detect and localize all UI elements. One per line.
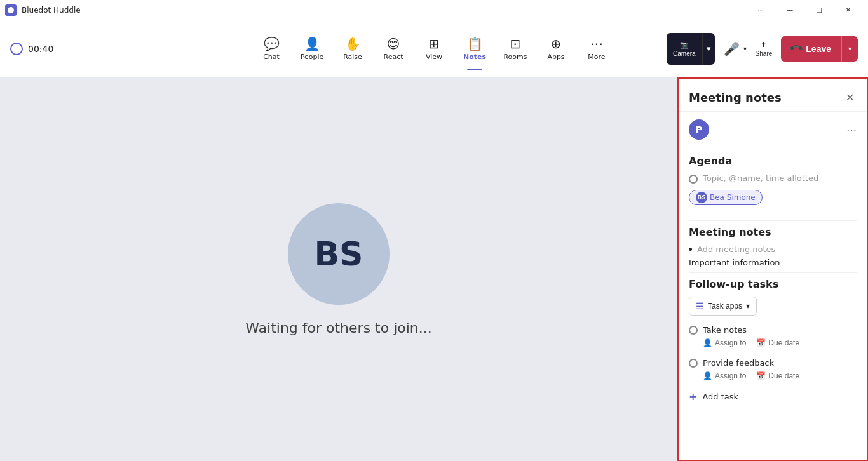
toolbar-right: 📷 Camera ▾ 🎤 ▾ ⬆ Share 📞 Leave ▾ xyxy=(667,33,858,65)
app-title: Bluedot Huddle xyxy=(22,6,81,15)
meeting-toolbar: 00:40 💬 Chat 👤 People ✋ Raise 😊 React ⊞ … xyxy=(0,20,868,77)
notes-panel-close-button[interactable]: ✕ xyxy=(843,89,857,106)
toolbar-people[interactable]: 👤 People xyxy=(293,27,331,71)
toolbar-notes[interactable]: 📋 Notes xyxy=(456,27,494,71)
bea-simone-tag[interactable]: BS Bea Simone xyxy=(689,190,763,205)
close-button[interactable]: ✕ xyxy=(834,0,863,20)
mic-chevron-icon: ▾ xyxy=(743,45,747,52)
tag-avatar: BS xyxy=(696,192,707,203)
more-button[interactable]: ⋯ xyxy=(746,0,775,20)
call-timer: 00:40 xyxy=(28,44,53,54)
avatar-initials: BS xyxy=(314,235,363,273)
share-label: Share xyxy=(756,50,773,57)
toolbar-apps[interactable]: ⊕ Apps xyxy=(537,27,575,71)
raise-label: Raise xyxy=(343,53,362,61)
mic-button[interactable]: 🎤 xyxy=(720,36,743,62)
task-apps-icon: ☰ xyxy=(696,301,704,311)
people-label: People xyxy=(301,53,324,61)
add-task-label: Add task xyxy=(702,392,738,401)
notes-body: Agenda Topic, @name, time allotted BS Be… xyxy=(679,147,867,460)
task-item-1: Take notes 👤 Assign to 📅 Due date xyxy=(689,324,857,347)
toolbar-react[interactable]: 😊 React xyxy=(374,27,412,71)
followup-tasks-section-title: Follow-up tasks xyxy=(689,278,857,290)
notes-logo-row: P ⋯ xyxy=(679,112,867,147)
leave-button[interactable]: 📞 Leave ▾ xyxy=(781,36,858,62)
toolbar-left: 00:40 xyxy=(10,43,53,55)
title-bar: Bluedot Huddle ⋯ — □ ✕ xyxy=(0,0,868,20)
people-icon: 👤 xyxy=(304,36,320,51)
section-divider-2 xyxy=(689,272,857,273)
task-2-meta: 👤 Assign to 📅 Due date xyxy=(703,371,857,380)
task-1-meta: 👤 Assign to 📅 Due date xyxy=(703,338,857,347)
task-2-radio[interactable] xyxy=(689,359,698,368)
toolbar-center: 💬 Chat 👤 People ✋ Raise 😊 React ⊞ View 📋… xyxy=(252,27,616,71)
maximize-button[interactable]: □ xyxy=(804,0,834,20)
minimize-button[interactable]: — xyxy=(775,0,804,20)
agenda-section-title: Agenda xyxy=(689,155,857,167)
task-apps-chevron-icon: ▾ xyxy=(746,302,750,311)
toolbar-chat[interactable]: 💬 Chat xyxy=(252,27,290,71)
notes-app-logo: P xyxy=(689,119,709,140)
task-1-assign-button[interactable]: 👤 Assign to xyxy=(703,338,746,347)
add-notes-placeholder[interactable]: Add meeting notes xyxy=(697,244,775,254)
task-2-due-label: Due date xyxy=(768,371,799,380)
task-row-1: Take notes xyxy=(689,324,857,335)
view-label: View xyxy=(426,53,442,61)
camera-icon: 📷 xyxy=(680,41,689,49)
agenda-radio[interactable] xyxy=(689,175,698,184)
react-icon: 😊 xyxy=(387,36,400,51)
task-row-2: Provide feedback xyxy=(689,357,857,368)
task-2-assign-button[interactable]: 👤 Assign to xyxy=(703,371,746,380)
camera-chevron-button[interactable]: ▾ xyxy=(702,33,715,65)
plus-icon: + xyxy=(689,391,697,403)
toolbar-raise[interactable]: ✋ Raise xyxy=(334,27,372,71)
share-icon: ⬆ xyxy=(761,41,766,49)
leave-label: Leave xyxy=(806,44,831,54)
apps-icon: ⊕ xyxy=(551,36,562,51)
task-2-name: Provide feedback xyxy=(703,358,774,368)
chat-icon: 💬 xyxy=(264,36,280,51)
toolbar-more[interactable]: ⋯ More xyxy=(578,27,616,71)
camera-button[interactable]: 📷 Camera xyxy=(667,33,702,65)
more-label: More xyxy=(588,53,605,61)
notes-icon: 📋 xyxy=(467,36,483,51)
meeting-area: BS Waiting for others to join... xyxy=(0,77,677,461)
notes-panel-title: Meeting notes xyxy=(689,91,782,104)
waiting-text: Waiting for others to join... xyxy=(245,320,432,336)
task-1-assign-label: Assign to xyxy=(715,338,746,347)
raise-icon: ✋ xyxy=(345,36,361,51)
leave-phone-icon: 📞 xyxy=(789,41,804,56)
agenda-placeholder: Topic, @name, time allotted xyxy=(703,173,818,183)
notes-panel: Meeting notes ✕ P ⋯ Agenda Topic, @name,… xyxy=(677,77,868,461)
section-divider-1 xyxy=(689,220,857,221)
apps-label: Apps xyxy=(547,53,564,61)
toolbar-rooms[interactable]: ⊡ Rooms xyxy=(496,27,534,71)
task-1-due-date-button[interactable]: 📅 Due date xyxy=(756,338,799,347)
bullet-icon xyxy=(689,248,692,251)
app-icon xyxy=(5,4,17,16)
view-icon: ⊞ xyxy=(429,36,440,51)
leave-chevron-icon[interactable]: ▾ xyxy=(841,36,858,62)
task-2-assign-label: Assign to xyxy=(715,371,746,380)
task-item-2: Provide feedback 👤 Assign to 📅 Due date xyxy=(689,357,857,380)
task-2-due-date-button[interactable]: 📅 Due date xyxy=(756,371,799,380)
assign-icon-2: 👤 xyxy=(703,371,712,380)
mic-chevron-button[interactable]: ▾ xyxy=(743,45,747,52)
add-task-row[interactable]: + Add task xyxy=(689,391,857,403)
agenda-item: Topic, @name, time allotted xyxy=(689,173,857,184)
due-date-icon-2: 📅 xyxy=(756,371,766,380)
toolbar-view[interactable]: ⊞ View xyxy=(415,27,453,71)
title-bar-controls: ⋯ — □ ✕ xyxy=(746,0,863,20)
camera-label: Camera xyxy=(673,50,696,57)
task-1-due-label: Due date xyxy=(768,338,799,347)
rooms-icon: ⊡ xyxy=(510,36,521,51)
camera-chevron-icon: ▾ xyxy=(707,44,711,53)
task-apps-button[interactable]: ☰ Task apps ▾ xyxy=(689,297,757,316)
tag-label: Bea Simone xyxy=(710,193,756,202)
share-button[interactable]: ⬆ Share xyxy=(752,37,776,61)
notes-more-button[interactable]: ⋯ xyxy=(846,124,857,136)
task-1-radio[interactable] xyxy=(689,326,698,335)
main-content: BS Waiting for others to join... Meeting… xyxy=(0,77,868,461)
task-1-name: Take notes xyxy=(703,325,747,335)
react-label: React xyxy=(383,53,403,61)
